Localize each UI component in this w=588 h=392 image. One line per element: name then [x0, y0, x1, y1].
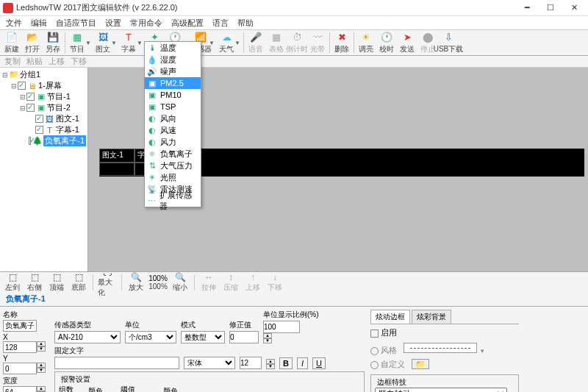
- sensor-menu-item[interactable]: 🌡温度: [145, 42, 201, 54]
- app-logo: [3, 3, 13, 13]
- menu-item[interactable]: 文件: [6, 18, 22, 29]
- sensor-type-select[interactable]: AN-210: [54, 331, 121, 343]
- subbar-item[interactable]: 复制: [4, 56, 21, 67]
- subbar-item[interactable]: 粘贴: [26, 56, 43, 67]
- toolbar-打开[interactable]: 📂打开: [22, 30, 43, 55]
- custom-browse-button[interactable]: 📁: [412, 359, 429, 369]
- fixed-text-label: 固定文字: [54, 346, 179, 356]
- tree-item[interactable]: T字幕-1: [1, 124, 86, 135]
- menu-item[interactable]: 设置: [105, 18, 121, 29]
- underline-button[interactable]: U: [312, 357, 326, 369]
- bottom-缩小[interactable]: 🔍缩小: [171, 272, 190, 293]
- tree-item[interactable]: ⊟▣节目-2: [1, 102, 86, 113]
- tree-item[interactable]: 🌲负氧离子-1: [1, 135, 86, 146]
- threshold-label: 阈值: [121, 385, 150, 392]
- mode-select[interactable]: 整数型: [181, 331, 225, 343]
- tree-item[interactable]: ⊟▣节目-1: [1, 91, 86, 102]
- toolbar-新建[interactable]: 📄新建: [1, 30, 22, 55]
- sensor-menu-item[interactable]: ⋯扩展传感器: [145, 195, 201, 207]
- ratio-label: 单位显示比例(%): [263, 310, 319, 320]
- menu-item[interactable]: 自适应节目: [56, 18, 96, 29]
- bottom-放大[interactable]: 🔍放大: [126, 272, 146, 293]
- menu-item[interactable]: 帮助: [237, 18, 254, 29]
- close-button[interactable]: ✕: [569, 3, 579, 13]
- toolbar-发送[interactable]: ➤发送: [397, 30, 417, 55]
- toolbar-调亮[interactable]: ☀调亮: [356, 30, 376, 55]
- style-radio[interactable]: [370, 347, 379, 355]
- sensor-menu-item[interactable]: ▣PM10: [145, 89, 201, 101]
- toolbar-节目[interactable]: ▦节目: [67, 30, 87, 55]
- dropdown-arrow[interactable]: ▼: [234, 40, 240, 46]
- toolbar-删除[interactable]: ✖删除: [331, 30, 352, 55]
- bottom-右侧[interactable]: ⬚右侧: [25, 272, 44, 293]
- bottom-100%[interactable]: 100%100%: [148, 274, 168, 291]
- sensor-menu-item[interactable]: ☀光照: [145, 171, 201, 183]
- tab-border[interactable]: 炫动边框: [370, 310, 410, 324]
- effect-legend: 边框特技: [375, 377, 409, 388]
- ratio-input[interactable]: [263, 321, 300, 333]
- tree-item[interactable]: 🖼图文-1: [1, 113, 86, 124]
- y-input[interactable]: [3, 363, 37, 374]
- italic-button[interactable]: I: [297, 357, 308, 369]
- subbar-item[interactable]: 下移: [71, 56, 87, 67]
- menu-item[interactable]: 高级配置: [171, 18, 204, 29]
- custom-radio[interactable]: [370, 361, 379, 369]
- minimize-button[interactable]: ━: [522, 3, 532, 13]
- toolbar-倒计时: ⏱倒计时: [287, 30, 307, 55]
- sensor-menu-item[interactable]: ▣TSP: [145, 101, 201, 113]
- toolbar-天气[interactable]: ☁天气: [216, 30, 237, 55]
- subbar-item[interactable]: 上移: [49, 56, 65, 67]
- bottom-压缩: ↕压缩: [221, 272, 240, 293]
- enable-checkbox[interactable]: [370, 329, 379, 338]
- effect-select[interactable]: 顺向转动: [375, 388, 507, 392]
- toolbar-另存[interactable]: 💾另存: [43, 30, 63, 55]
- fixed-text-input[interactable]: [54, 357, 179, 369]
- unit-select[interactable]: 个/cm3: [125, 331, 176, 343]
- style-preview[interactable]: [404, 343, 477, 353]
- color1-label: 颜色: [88, 386, 116, 392]
- dropdown-arrow[interactable]: ▼: [85, 40, 91, 46]
- menu-item[interactable]: 常用命令: [130, 18, 162, 29]
- bold-button[interactable]: B: [279, 357, 293, 369]
- properties-pane: 名称 X ▲▼ Y ▲▼ 宽度 ▲▼ 高度 ▲▼ 传感器类型 AN-210 单位…: [0, 306, 588, 392]
- menu-item[interactable]: 语言: [212, 18, 229, 29]
- toolbar-校时[interactable]: 🕐校时: [376, 30, 397, 55]
- font-size-input[interactable]: [240, 357, 262, 369]
- bottom-底部[interactable]: ⬚底部: [69, 272, 88, 293]
- main-toolbar: 📄新建📂打开💾另存▦节目▼🖼图文▼T字幕▼✦素材🕐时间▼📶传感器▼☁天气▼🎤语音…: [0, 29, 588, 56]
- sensor-type-label: 传感器类型: [54, 320, 121, 330]
- bottom-上移: ↑上移: [243, 272, 262, 293]
- toolbar-字幕[interactable]: T字幕: [118, 30, 139, 55]
- group-label: 组数: [59, 385, 84, 392]
- sensor-menu-item[interactable]: ⇅大气压力: [145, 160, 201, 171]
- x-input[interactable]: [3, 341, 37, 353]
- tree-root-label: 分组1: [20, 69, 40, 80]
- y-label: Y: [3, 354, 49, 363]
- toolbar-图文[interactable]: 🖼图文: [93, 30, 113, 55]
- sensor-menu-item[interactable]: ◐风力: [145, 136, 201, 148]
- bottom-左剑[interactable]: ⬚左剑: [3, 272, 22, 293]
- tree-root[interactable]: ⊟📁 分组1: [1, 69, 86, 80]
- tab-background[interactable]: 炫彩背景: [412, 310, 451, 324]
- name-input[interactable]: [3, 320, 37, 332]
- font-select[interactable]: 宋体: [184, 357, 235, 369]
- dropdown-arrow[interactable]: ▼: [209, 40, 215, 46]
- maximize-button[interactable]: ☐: [545, 3, 556, 13]
- correction-input[interactable]: [229, 331, 259, 343]
- toolbar-USB下载[interactable]: ⇩USB下载: [438, 30, 459, 55]
- name-label: 名称: [3, 310, 49, 320]
- width-input[interactable]: [3, 386, 37, 392]
- sensor-menu-item[interactable]: 🔊噪声: [145, 65, 201, 77]
- menu-item[interactable]: 编辑: [31, 18, 47, 29]
- custom-label: 自定义: [381, 360, 405, 368]
- sensor-menu-item[interactable]: ◐风向: [145, 113, 201, 124]
- sensor-menu-item[interactable]: ▣PM2.5: [145, 77, 201, 89]
- sensor-menu-item[interactable]: ◐风速: [145, 124, 201, 136]
- bottom-顶端[interactable]: ⬚顶端: [47, 272, 66, 293]
- sensor-menu-item[interactable]: ⚛负氧离子: [145, 148, 201, 160]
- sensor-menu-item[interactable]: 💧湿度: [145, 54, 201, 65]
- preview-cell[interactable]: 图文-1: [99, 149, 135, 163]
- dropdown-arrow[interactable]: ▼: [137, 40, 143, 46]
- dropdown-arrow[interactable]: ▼: [111, 40, 117, 46]
- tree-item[interactable]: ⊟🖥1-屏幕: [1, 80, 86, 91]
